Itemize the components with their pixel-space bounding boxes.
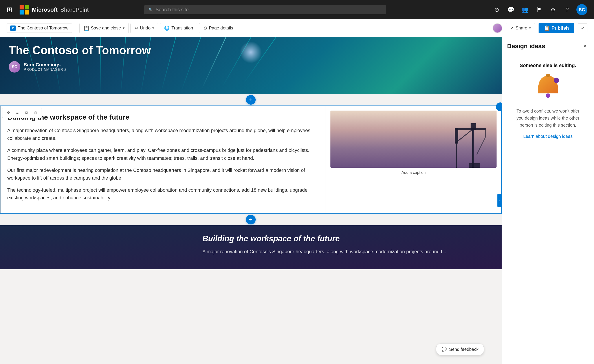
ms-logo-sq2 xyxy=(25,5,29,9)
dark-section-para: A major renovation of Contoso's Singapor… xyxy=(202,248,493,255)
section-toolbar: ✥ ≡ ⧉ 🗑 xyxy=(2,108,42,118)
publish-button[interactable]: 📋 Publish xyxy=(539,23,574,33)
settings-icon[interactable]: ⚙ xyxy=(548,5,558,14)
toolbar-separator-1 xyxy=(76,24,76,33)
design-panel-header: Design ideas ✕ xyxy=(502,37,594,54)
image-caption[interactable]: Add a caption xyxy=(401,170,426,175)
add-section-btn-2: + xyxy=(0,214,502,225)
svg-rect-1 xyxy=(455,128,486,130)
author-info: Sara Cummings Product Manager 2 xyxy=(24,62,67,72)
hero-section: The Contoso of Tomorrow SC Sara Cummings… xyxy=(0,37,502,94)
hero-title: The Contoso of Tomorrow xyxy=(9,44,493,57)
content-heading: Building the workspace of the future xyxy=(7,113,319,121)
editing-notice: Someone else is editing. xyxy=(520,63,576,68)
nav-product-label: SharePoint xyxy=(60,6,89,13)
svg-rect-3 xyxy=(455,128,458,144)
microsoft-logo xyxy=(20,5,29,14)
add-section-btn-1: + xyxy=(0,94,502,106)
feedback-icon: 💬 xyxy=(442,347,447,352)
ms-logo-sq1 xyxy=(20,5,24,9)
hero-author: SC Sara Cummings Product Manager 2 xyxy=(9,61,493,73)
toolbar: P The Contoso of Tomorrow 💾 Save and clo… xyxy=(0,19,594,37)
dark-section-right: Building the workspace of the future A m… xyxy=(202,234,493,255)
columns-layout: Building the workspace of the future A m… xyxy=(0,106,501,213)
svg-point-13 xyxy=(554,78,559,83)
nav-search: 🔍 xyxy=(144,5,386,14)
section-move-button[interactable]: ✥ xyxy=(4,109,12,117)
image-placeholder[interactable] xyxy=(331,111,497,168)
hero-content: The Contoso of Tomorrow SC Sara Cummings… xyxy=(0,37,502,79)
ms-logo-sq4 xyxy=(25,10,29,15)
publish-icon: 📋 xyxy=(544,25,550,31)
add-section-circle-1[interactable]: + xyxy=(246,95,256,105)
send-feedback-button[interactable]: 💬 Send feedback xyxy=(436,343,484,355)
share-button[interactable]: ↗ Share ▾ xyxy=(506,23,535,33)
page-details-label: Page details xyxy=(209,26,233,31)
design-panel: › Design ideas ✕ Someone else is editing… xyxy=(502,37,594,364)
translation-label: Translation xyxy=(171,26,193,31)
translation-icon: 🌐 xyxy=(164,26,170,31)
dark-section: Building the workspace of the future A m… xyxy=(0,225,502,269)
undo-button[interactable]: ↩ Undo ▾ xyxy=(130,23,158,33)
content-section: ✥ ≡ ⧉ 🗑 Building the workspace of the fu… xyxy=(0,106,502,214)
content-para-1: A major renovation of Contoso's Singapor… xyxy=(7,127,319,142)
collapse-button[interactable]: ⤢ xyxy=(578,23,587,33)
waffle-icon[interactable]: ⊞ xyxy=(7,6,13,14)
share-chevron: ▾ xyxy=(529,26,531,30)
design-panel-title: Design ideas xyxy=(507,43,545,50)
page-details-icon: ⚙ xyxy=(203,26,207,31)
top-nav: ⊞ Microsoft SharePoint 🔍 ⊙ 💬 👥 ⚑ ⚙ ? SC xyxy=(0,0,594,19)
publish-label: Publish xyxy=(552,25,569,31)
svg-rect-7 xyxy=(469,163,480,168)
nav-icons: ⊙ 💬 👥 ⚑ ⚙ ? SC xyxy=(492,4,587,15)
save-close-label: Save and close xyxy=(91,26,121,31)
page-icon: P xyxy=(10,26,16,31)
crane-svg xyxy=(455,115,494,168)
add-section-circle-2[interactable]: + xyxy=(246,215,256,225)
undo-chevron: ▾ xyxy=(152,26,154,30)
flag-icon[interactable]: ⚑ xyxy=(534,5,544,14)
panel-collapse-handle[interactable]: › xyxy=(497,194,502,207)
toolbar-user-avatar[interactable] xyxy=(493,23,502,33)
column-left: Building the workspace of the future A m… xyxy=(0,106,326,213)
feedback-icon[interactable]: 💬 xyxy=(506,5,516,14)
toolbar-right: ↗ Share ▾ 📋 Publish ⤢ xyxy=(493,23,587,33)
design-description: To avoid conflicts, we won't offer you d… xyxy=(513,107,583,129)
webpart-edit-button[interactable]: ··· xyxy=(496,102,502,111)
bell-svg xyxy=(535,74,561,102)
undo-icon: ↩ xyxy=(135,26,138,31)
translation-button[interactable]: 🌐 Translation xyxy=(160,23,197,33)
search-icon: 🔍 xyxy=(148,8,153,12)
learn-about-design-ideas-link[interactable]: Learn about design ideas xyxy=(523,134,573,139)
content-para-3: Our first major redevelopment is nearing… xyxy=(7,166,319,182)
design-panel-close-button[interactable]: ✕ xyxy=(581,42,589,50)
page-tab[interactable]: P The Contoso of Tomorrow xyxy=(7,24,72,33)
undo-label: Undo xyxy=(140,26,151,31)
bell-illustration xyxy=(535,74,561,102)
svg-line-10 xyxy=(477,137,486,154)
ms-logo-sq3 xyxy=(20,10,24,15)
share-label: Share xyxy=(515,26,527,31)
svg-rect-11 xyxy=(546,74,550,77)
help-icon[interactable]: ? xyxy=(562,5,572,14)
author-name: Sara Cummings xyxy=(24,62,67,68)
page-details-button[interactable]: ⚙ Page details xyxy=(199,23,237,33)
nav-brand-label: Microsoft xyxy=(32,6,58,13)
accessibility-icon[interactable]: ⊙ xyxy=(492,5,502,14)
section-delete-button[interactable]: 🗑 xyxy=(32,109,40,117)
save-close-button[interactable]: 💾 Save and close ▾ xyxy=(79,23,129,33)
save-close-chevron: ▾ xyxy=(123,26,125,30)
column-right: ··· xyxy=(326,106,501,213)
feedback-label: Send feedback xyxy=(449,347,479,352)
nav-user-avatar[interactable]: SC xyxy=(576,4,587,15)
section-settings-button[interactable]: ≡ xyxy=(14,109,21,117)
svg-rect-4 xyxy=(471,123,476,130)
section-copy-button[interactable]: ⧉ xyxy=(23,109,31,117)
author-avatar: SC xyxy=(9,61,20,73)
search-input[interactable] xyxy=(155,7,382,13)
main-area: The Contoso of Tomorrow SC Sara Cummings… xyxy=(0,37,594,364)
people-icon[interactable]: 👥 xyxy=(520,5,530,14)
save-icon: 💾 xyxy=(84,26,89,31)
page-content[interactable]: The Contoso of Tomorrow SC Sara Cummings… xyxy=(0,37,502,364)
nav-logo: Microsoft SharePoint xyxy=(20,5,89,14)
